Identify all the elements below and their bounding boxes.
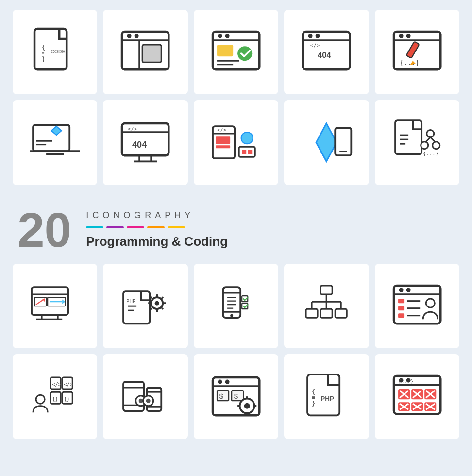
svg-rect-101 [320, 286, 332, 294]
svg-text:</>: </> [217, 127, 226, 133]
icon-card-network-tree [284, 264, 369, 348]
svg-rect-118 [398, 313, 404, 318]
svg-text:</>: </> [52, 381, 61, 387]
icon-card-browser-404: </> 404 [284, 10, 369, 94]
icon-card-app-layout: </> [194, 100, 278, 185]
svg-rect-77 [123, 291, 150, 323]
svg-rect-32 [33, 125, 69, 152]
svg-rect-109 [335, 309, 347, 318]
icon-card-browser-gear: $ $ [194, 354, 278, 439]
svg-point-62 [432, 142, 439, 149]
svg-line-90 [151, 307, 153, 309]
icon-card-browser-check [194, 10, 278, 94]
svg-point-8 [135, 34, 139, 38]
svg-text:{...}: {...} [400, 59, 420, 67]
svg-text:</>: </> [64, 381, 73, 387]
icon-card-laptop-diamond [13, 100, 97, 185]
svg-rect-116 [398, 306, 404, 310]
svg-text:PHP: PHP [127, 298, 136, 304]
svg-rect-10 [143, 45, 162, 62]
svg-point-7 [127, 34, 132, 38]
svg-rect-91 [223, 287, 240, 318]
svg-rect-107 [306, 309, 318, 318]
icon-grid-row4: </> </> {} {} [13, 354, 459, 439]
svg-text:{...}: {...} [398, 378, 414, 384]
icon-card-php-settings: PHP [103, 264, 187, 348]
svg-text:{}: {} [64, 396, 70, 402]
middle-section: 20 ICONOGRAPHY Programming & Coding [13, 191, 459, 264]
svg-text:}: } [42, 55, 45, 62]
svg-point-139 [146, 399, 151, 403]
svg-text:</>: </> [128, 126, 137, 132]
svg-rect-108 [320, 309, 332, 318]
svg-rect-48 [216, 146, 230, 149]
svg-rect-52 [248, 150, 252, 154]
icon-grid-row3: PHP [13, 264, 459, 348]
svg-marker-53 [316, 124, 337, 162]
icon-card-browser-user [375, 264, 459, 348]
color-bar-orange [147, 226, 165, 228]
svg-point-142 [218, 380, 222, 384]
svg-text:$: $ [234, 392, 238, 400]
iconography-label: ICONOGRAPHY [86, 210, 228, 221]
svg-point-113 [406, 288, 410, 292]
svg-line-87 [151, 297, 153, 299]
svg-rect-50 [239, 147, 255, 157]
svg-text:{...}: {...} [423, 151, 438, 157]
svg-text:404: 404 [318, 51, 331, 60]
svg-text:404: 404 [133, 140, 147, 150]
svg-point-149 [244, 403, 250, 409]
color-bars [86, 226, 228, 228]
svg-point-112 [399, 288, 403, 292]
color-bar-yellow [168, 226, 185, 228]
icon-card-browser-panel [103, 10, 187, 94]
main-title: Programming & Coding [86, 234, 228, 249]
icon-count: 20 [17, 205, 71, 254]
svg-text:{: { [42, 44, 45, 51]
icon-card-code-file: { ≡ } CODE [13, 10, 97, 94]
svg-text:PHP: PHP [320, 395, 334, 402]
icon-card-monitor-404: </> 404 [103, 100, 187, 185]
svg-line-88 [161, 307, 163, 309]
svg-rect-15 [217, 45, 233, 56]
svg-line-63 [426, 137, 430, 142]
icon-card-device-settings [103, 354, 187, 439]
svg-point-28 [406, 34, 410, 38]
icon-card-php-document: { ≡ } PHP [284, 354, 369, 439]
svg-text:</>: </> [310, 42, 320, 48]
svg-text:$: $ [219, 392, 223, 400]
icon-card-monitor-responsive [13, 264, 97, 348]
icon-card-code-person: </> </> {} {} [13, 354, 97, 439]
svg-rect-114 [398, 299, 404, 303]
svg-point-60 [426, 130, 434, 137]
svg-text:CODE: CODE [51, 49, 65, 54]
svg-line-89 [161, 297, 163, 299]
color-bar-cyan [86, 226, 103, 228]
svg-point-21 [308, 34, 313, 38]
svg-point-143 [225, 380, 229, 384]
svg-text:}: } [312, 400, 315, 407]
icon-card-mobile-list [194, 264, 278, 348]
svg-rect-56 [395, 120, 421, 154]
svg-point-61 [421, 142, 428, 149]
svg-point-49 [241, 133, 253, 144]
svg-point-121 [36, 395, 45, 404]
color-bar-pink [127, 226, 144, 228]
svg-line-64 [430, 137, 435, 142]
svg-text:{}: {} [52, 396, 58, 402]
svg-point-18 [237, 46, 252, 61]
icon-grid-row1: { ≡ } CODE [13, 10, 459, 94]
icon-grid-row2: </> 404 </> [13, 100, 459, 185]
color-bar-purple [106, 226, 124, 228]
svg-point-27 [399, 34, 403, 38]
icon-card-document-network: {...} [375, 100, 459, 185]
icon-card-browser-pencil: {...} [375, 10, 459, 94]
svg-rect-51 [242, 150, 246, 154]
icon-card-tablet-diamond [284, 100, 369, 185]
svg-point-120 [426, 299, 435, 307]
svg-point-13 [218, 34, 222, 38]
title-block: ICONOGRAPHY Programming & Coding [86, 210, 228, 249]
svg-point-82 [155, 301, 159, 305]
svg-rect-47 [216, 137, 230, 144]
svg-point-14 [225, 34, 229, 38]
